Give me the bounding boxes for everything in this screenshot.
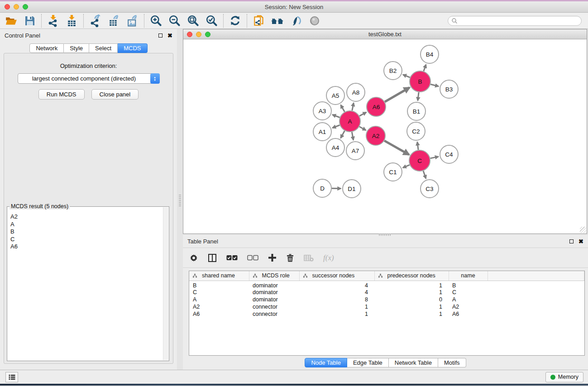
result-item[interactable]: A6 [10, 243, 163, 251]
graph-edge-B-B4[interactable] [424, 65, 426, 71]
deselect-all-columns-button[interactable] [247, 255, 258, 261]
result-item[interactable]: C [10, 236, 163, 243]
import-network-button[interactable] [44, 14, 62, 28]
result-item[interactable]: A [10, 221, 163, 229]
graph-edge-C-C1[interactable] [403, 165, 410, 167]
network-window-titlebar[interactable]: testGlobe.txt [183, 29, 587, 39]
select-stepper-icon[interactable]: ▴▾ [150, 73, 160, 84]
apply-layout-button[interactable] [226, 14, 244, 28]
window-titlebar[interactable]: Session: New Session [0, 1, 588, 13]
table-cell[interactable]: 1 [299, 310, 374, 318]
graph-edge-A2-C[interactable] [384, 141, 409, 155]
table-cell[interactable]: 1 [374, 289, 449, 296]
graph-node-B4[interactable]: B4 [421, 45, 439, 63]
table-cell[interactable]: 4 [299, 289, 374, 296]
close-panel-icon[interactable]: ✖ [167, 33, 172, 38]
minimize-window-button[interactable] [14, 4, 19, 10]
graph-node-A8[interactable]: A8 [347, 83, 365, 101]
graph-edge-A-A8[interactable] [352, 103, 354, 111]
export-image-button[interactable] [123, 14, 142, 28]
tab-mcds[interactable]: MCDS [118, 43, 147, 53]
split-divider-vertical[interactable] [179, 195, 181, 207]
tab-style[interactable]: Style [64, 43, 89, 53]
table-cell[interactable]: dominator [249, 296, 299, 303]
graph-edge-A6-B[interactable] [385, 88, 410, 102]
table-cell[interactable]: 1 [374, 310, 449, 318]
table-row[interactable]: A6connector11A6 [189, 310, 584, 318]
export-table-button[interactable] [105, 14, 123, 28]
close-table-panel-icon[interactable]: ✖ [578, 238, 583, 244]
table-row[interactable]: A2connector11A2 [189, 303, 584, 310]
graph-node-A5[interactable]: A5 [326, 86, 344, 105]
node-table[interactable]: shared name MCDS role successor nodes pr… [189, 271, 584, 318]
task-history-button[interactable] [5, 372, 18, 382]
table-row[interactable]: Cdominator41C [189, 289, 584, 296]
table-cell[interactable]: A2 [189, 303, 249, 310]
function-builder-button[interactable]: f(x) [323, 253, 334, 262]
network-canvas[interactable]: B4 B2 B B3 A8 A5 A6 A3 B1 A A1 C2 A2 A4 … [183, 39, 587, 234]
table-row[interactable]: Adominator80A [189, 296, 584, 303]
zoom-out-button[interactable] [165, 14, 184, 28]
graph-node-A6[interactable]: A6 [367, 97, 386, 116]
graph-edge-A-A4[interactable] [341, 131, 345, 138]
graph-edge-A-A7[interactable] [352, 132, 353, 140]
graph-node-D[interactable]: D [313, 179, 331, 197]
table-row[interactable]: Bdominator41B [189, 281, 584, 289]
table-cell[interactable]: B [449, 281, 488, 289]
table-cell[interactable]: 0 [374, 296, 449, 303]
delete-column-button[interactable] [286, 253, 294, 262]
float-panel-icon[interactable] [158, 33, 163, 38]
graphics-details-button[interactable] [287, 14, 305, 28]
graph-edge-A-A1[interactable] [333, 125, 340, 128]
table-cell[interactable]: A [449, 296, 488, 303]
graph-edge-A-A2[interactable] [359, 127, 366, 130]
graph-node-D1[interactable]: D1 [343, 180, 361, 198]
close-window-button[interactable] [5, 4, 10, 10]
zoom-fit-button[interactable] [184, 14, 202, 28]
table-cell[interactable]: connector [249, 310, 299, 318]
create-column-button[interactable] [268, 253, 277, 262]
graph-edge-C-C2[interactable] [417, 142, 418, 150]
save-session-button[interactable] [20, 14, 39, 28]
select-all-columns-button[interactable] [226, 255, 238, 261]
graph-node-C3[interactable]: C3 [421, 180, 439, 198]
network-minimize-button[interactable] [196, 32, 201, 37]
graph-edge-B-B2[interactable] [403, 75, 410, 77]
table-cell[interactable]: 8 [299, 296, 374, 303]
float-table-panel-icon[interactable] [569, 239, 574, 243]
memory-button[interactable]: Memory [545, 372, 583, 382]
graph-edge-A-A5[interactable] [341, 105, 345, 112]
open-session-button[interactable] [2, 14, 20, 28]
zoom-in-button[interactable] [147, 14, 165, 28]
run-mcds-button[interactable]: Run MCDS [38, 89, 85, 100]
table-settings-button[interactable] [189, 253, 198, 262]
graph-edge-A-A3[interactable] [333, 115, 340, 118]
tab-edge-table[interactable]: Edge Table [347, 358, 389, 367]
table-cell[interactable]: C [449, 289, 488, 296]
column-header-successor-nodes[interactable]: successor nodes [299, 271, 374, 281]
table-cell[interactable]: C [189, 289, 249, 296]
graph-node-C2[interactable]: C2 [407, 122, 425, 140]
graph-edge-A-A6[interactable] [359, 112, 366, 116]
tab-motifs[interactable]: Motifs [438, 358, 466, 367]
table-cell[interactable]: 1 [299, 303, 374, 310]
graph-node-C[interactable]: C [409, 150, 430, 171]
column-header-predecessor-nodes[interactable]: predecessor nodes [374, 271, 449, 281]
duplicate-network-button[interactable] [249, 14, 268, 28]
network-maximize-button[interactable] [205, 32, 210, 37]
export-network-button[interactable] [86, 14, 105, 28]
table-cell[interactable]: A [189, 296, 249, 303]
maximize-window-button[interactable] [23, 4, 28, 10]
search-box[interactable] [448, 16, 582, 26]
tab-select[interactable]: Select [89, 43, 118, 53]
tab-node-table[interactable]: Node Table [305, 358, 347, 367]
table-cell[interactable]: A2 [449, 303, 488, 310]
table-cell[interactable]: connector [249, 303, 299, 310]
close-panel-button[interactable]: Close panel [91, 89, 139, 100]
show-columns-button[interactable] [208, 253, 217, 262]
column-header-shared-name[interactable]: shared name [189, 271, 249, 281]
column-header-mcds-role[interactable]: MCDS role [249, 271, 299, 281]
result-scrollbar[interactable] [163, 207, 168, 360]
table-cell[interactable]: A6 [189, 310, 249, 318]
zoom-selected-button[interactable] [202, 14, 221, 28]
